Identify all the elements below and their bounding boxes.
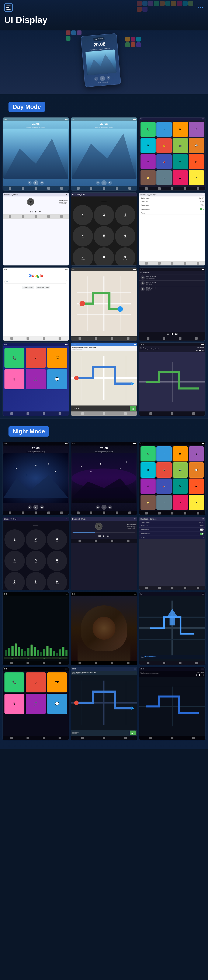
- ncp-spotify[interactable]: 🎵: [26, 694, 46, 714]
- google-search-btn[interactable]: Google Search: [22, 286, 34, 289]
- cp-spotify[interactable]: 🎵: [26, 369, 46, 389]
- n-app-radio[interactable]: 📻: [156, 462, 172, 478]
- cp-maps[interactable]: 🗺: [47, 348, 67, 368]
- n-app-store[interactable]: ★: [189, 495, 204, 510]
- cp-mini-next[interactable]: ⏭: [202, 349, 204, 352]
- app-phone[interactable]: 📞: [140, 122, 156, 137]
- dialpad-5[interactable]: 5 JKL: [94, 226, 114, 247]
- google-search-bar[interactable]: 🔍: [5, 280, 67, 284]
- n-bt-next[interactable]: ⏭: [107, 535, 110, 538]
- n-app-cam[interactable]: 📷: [173, 462, 188, 478]
- s2-next[interactable]: ⏭: [108, 181, 112, 185]
- cp-phone[interactable]: 📞: [5, 348, 24, 368]
- lm-play[interactable]: ⏸: [171, 332, 173, 336]
- bt-next[interactable]: ⏭: [39, 210, 41, 213]
- app-settings[interactable]: ⚙: [189, 122, 204, 137]
- bt-play[interactable]: ▶: [35, 210, 37, 213]
- n-app-cp[interactable]: 🚗: [156, 479, 172, 494]
- s1-play[interactable]: ⏸: [33, 180, 38, 185]
- n-app-settings[interactable]: ⚙: [189, 446, 204, 462]
- n-dialpad-3[interactable]: 3DEF: [47, 530, 67, 550]
- n-dialpad-5[interactable]: 5JKL: [26, 550, 46, 571]
- ncp-maps[interactable]: 🗺: [47, 673, 67, 692]
- s2-play[interactable]: ⏸: [101, 180, 107, 185]
- n-app-files[interactable]: 📁: [140, 495, 156, 510]
- app-store[interactable]: ★: [189, 170, 204, 185]
- n-app-msg[interactable]: 💬: [189, 462, 204, 478]
- nm1-prev[interactable]: ⏮: [28, 505, 32, 509]
- n-app-phone[interactable]: 📞: [140, 446, 156, 462]
- n-dialpad-7[interactable]: 7PQRS: [5, 572, 25, 590]
- n-app-mail[interactable]: ✉: [140, 479, 156, 494]
- n-dialpad-1[interactable]: 1: [5, 530, 25, 550]
- next-btn[interactable]: ⏭: [107, 76, 111, 80]
- n-app-bt[interactable]: B: [140, 462, 156, 478]
- s1-next[interactable]: ⏭: [40, 181, 44, 185]
- n-dialpad-6[interactable]: 6MNO: [47, 550, 67, 571]
- prev-btn[interactable]: ⏮: [94, 76, 98, 81]
- n-app-video[interactable]: ▶: [189, 479, 204, 494]
- n-bt-play[interactable]: ▶: [103, 535, 105, 538]
- music-item-2[interactable]: 华东-刘子_YY主播 小红书 mp3: [139, 280, 205, 286]
- app-radio[interactable]: 📻: [156, 138, 172, 153]
- cp-podcast[interactable]: 🎙: [5, 369, 24, 389]
- app-weather[interactable]: ☁: [173, 170, 188, 185]
- app-msg[interactable]: 💬: [189, 138, 204, 153]
- nm2-play[interactable]: ⏸: [101, 505, 107, 510]
- go-button[interactable]: GO: [130, 406, 136, 411]
- dialpad-4[interactable]: 4 GHI: [72, 226, 93, 247]
- nm1-play[interactable]: ⏸: [33, 505, 38, 510]
- cp-mini-prev[interactable]: ⏮: [196, 349, 199, 352]
- music-item-1[interactable]: 华东-刘子_YY主播 华东刘 yi yi mp3: [139, 275, 205, 280]
- lucky-btn[interactable]: I'm Feeling Lucky: [36, 286, 50, 289]
- dialpad-8[interactable]: 8 TUV: [94, 247, 114, 266]
- music-item-3[interactable]: 华东刘 yi_yiE mp3 音乐播放: [139, 286, 205, 292]
- app-bt[interactable]: B: [140, 138, 156, 153]
- lm-prev[interactable]: ⏮: [167, 332, 169, 336]
- app-carplay[interactable]: 🚗: [156, 154, 172, 169]
- dialpad-1[interactable]: 1: [72, 205, 93, 226]
- n-dialpad-9[interactable]: 9WXYZ: [47, 572, 67, 590]
- app-video[interactable]: ▶: [189, 154, 204, 169]
- app-files[interactable]: 📁: [140, 170, 156, 185]
- app-music[interactable]: ♪: [156, 122, 172, 137]
- ncp-phone[interactable]: 📞: [5, 673, 24, 692]
- n-dialpad-8[interactable]: 8TUV: [26, 572, 46, 590]
- app-wifi[interactable]: W: [173, 154, 188, 169]
- auto-connect-toggle[interactable]: [200, 208, 203, 210]
- n-cp-mini-next[interactable]: ⏭: [202, 674, 204, 676]
- n-cp-mini-prev[interactable]: ⏮: [196, 674, 199, 676]
- n-auto-answer-toggle[interactable]: [200, 528, 203, 531]
- dialpad-9[interactable]: 9 WXYZ: [115, 247, 136, 266]
- dialpad-7[interactable]: 7 PQRS: [72, 247, 93, 266]
- auto-answer-toggle[interactable]: [200, 204, 203, 206]
- nm2-next[interactable]: ⏭: [108, 505, 112, 509]
- n-app-wifi[interactable]: W: [173, 479, 188, 494]
- ncp-music[interactable]: ♪: [26, 673, 46, 692]
- n-app-info[interactable]: ℹ: [156, 495, 172, 510]
- ncp-msg[interactable]: 💬: [47, 694, 67, 714]
- n-app-music[interactable]: ♪: [156, 446, 172, 462]
- n-dialpad-2[interactable]: 2ABC: [26, 530, 46, 550]
- cp-mini-play[interactable]: ▶: [199, 349, 201, 352]
- cp-msg[interactable]: 💬: [47, 369, 67, 389]
- menu-button[interactable]: [4, 3, 13, 12]
- nm1-next[interactable]: ⏭: [40, 505, 44, 509]
- n-auto-connect-toggle[interactable]: [200, 533, 203, 535]
- dialpad-2[interactable]: 2 ABC: [94, 205, 114, 226]
- dialpad-3[interactable]: 3 DEF: [115, 205, 136, 226]
- n-app-nav[interactable]: 🗺: [173, 446, 188, 462]
- app-info[interactable]: ℹ: [156, 170, 172, 185]
- app-camera[interactable]: 📷: [173, 138, 188, 153]
- n-cp-mini-play[interactable]: ▶: [199, 674, 201, 676]
- lm-next[interactable]: ⏭: [175, 332, 178, 336]
- s1-prev[interactable]: ⏮: [28, 181, 32, 185]
- nm2-prev[interactable]: ⏮: [96, 505, 100, 509]
- bt-prev[interactable]: ⏮: [30, 210, 33, 213]
- n-go-button[interactable]: GO: [130, 730, 136, 735]
- n-app-weather[interactable]: ☁: [173, 495, 188, 510]
- cp-music[interactable]: ♪: [26, 348, 46, 368]
- app-mail[interactable]: ✉: [140, 154, 156, 169]
- dialpad-6[interactable]: 6 MNO: [115, 226, 136, 247]
- n-bt-prev[interactable]: ⏮: [98, 535, 101, 538]
